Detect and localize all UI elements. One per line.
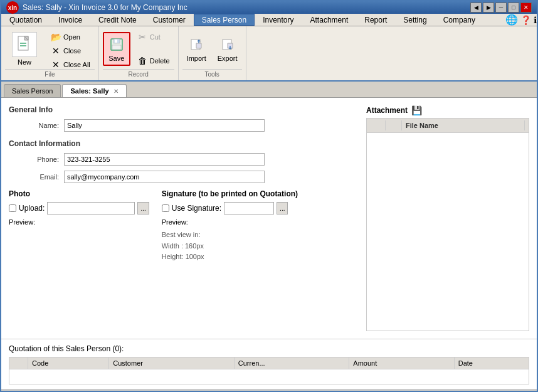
signature-title: Signature (to be printed on Quotation) [162,189,298,198]
photo-sig-section: Photo Upload: ... Preview: Signature (to… [9,189,359,263]
upload-checkbox[interactable] [9,204,16,212]
menu-company[interactable]: Company [435,14,483,26]
menu-inventory[interactable]: Inventory [255,14,302,26]
email-row: Email: [9,171,359,183]
close-window-button[interactable]: ✕ [520,3,532,13]
close-all-icon: ✕ [51,60,61,70]
open-button[interactable]: 📂 Open [46,30,95,44]
table-header-row: Code Customer Curren... Amount Date [9,358,529,369]
file-group-label: File [5,69,95,78]
menu-report[interactable]: Report [356,14,395,26]
open-icon: 📂 [51,32,61,42]
ribbon: New 📂 Open ✕ Close ✕ Close All [1,26,537,82]
status-bar [1,389,537,391]
col-currency: Curren... [234,358,349,369]
use-signature-label: Use Signature: [172,204,221,213]
photo-preview-label: Preview: [9,218,35,226]
email-input[interactable] [64,171,265,183]
attachment-header: Attachment 💾 [366,105,529,115]
nav-forward-button[interactable]: ▶ [483,3,494,13]
use-signature-row: Use Signature: ... [162,202,298,215]
menu-invoice[interactable]: Invoice [50,14,90,26]
photo-preview-row: Preview: [9,218,149,226]
phone-input[interactable] [64,153,265,166]
sig-hint: Best view in: Width : 160px Height: 100p… [162,230,298,263]
nav-back-button[interactable]: ◀ [470,3,482,13]
sig-hint-line1: Best view in: [162,230,298,241]
menu-setting[interactable]: Setting [395,14,435,26]
svg-rect-7 [115,40,117,43]
help-icon[interactable]: ❓ [520,15,531,25]
tab-sally[interactable]: Sales: Sally ✕ [62,84,126,97]
table-empty-row [9,369,529,384]
menu-customer[interactable]: Customer [145,14,194,26]
sig-preview-label: Preview: [162,218,188,226]
globe-icon[interactable]: 🌐 [505,14,518,26]
general-info-title: General Info [9,105,359,114]
tabs-bar: Sales Person Sales: Sally ✕ [1,82,537,98]
minimize-button[interactable]: ─ [495,3,507,13]
menu-attachment[interactable]: Attachment [302,14,357,26]
tab-close-button[interactable]: ✕ [113,88,119,95]
right-panel: Attachment 💾 File Name [366,105,529,331]
quotation-title: Quotation of this Sales Person (0): [9,344,529,353]
delete-button[interactable]: 🗑 Delete [133,54,174,68]
menu-quotation[interactable]: Quotation [1,14,50,26]
sig-browse-button[interactable]: ... [277,202,288,215]
window-title: Sales: Sally - Xin Invoice 3.0 for My Co… [23,3,187,12]
contact-info-title: Contact Information [9,139,359,148]
svg-rect-6 [112,45,121,50]
upload-label: Upload: [19,204,45,213]
save-icon [108,36,125,53]
bottom-section: Quotation of this Sales Person (0): Code… [1,339,537,389]
menu-bar: Quotation Invoice Credit Note Customer S… [1,14,537,26]
col-checkbox [371,120,386,130]
upload-input[interactable] [47,202,135,215]
left-panel: General Info Name: Contact Information P… [9,105,359,331]
menu-credit-note[interactable]: Credit Note [90,14,145,26]
col-date: Date [454,358,529,369]
use-signature-checkbox[interactable] [162,204,169,212]
import-button[interactable]: Import [182,33,211,65]
sig-preview-row: Preview: [162,218,298,226]
name-label: Name: [9,122,59,129]
col-code: Code [28,358,109,369]
window-controls: ◀ ▶ ─ □ ✕ [470,3,532,13]
attachment-content [367,133,529,321]
tab-sales-person[interactable]: Sales Person [4,84,61,97]
attachment-table-header: File Name [367,119,529,133]
menu-sales-person[interactable]: Sales Person [194,14,255,26]
attachment-label: Attachment [366,106,408,115]
main-content: General Info Name: Contact Information P… [1,98,537,339]
ribbon-file-group: New 📂 Open ✕ Close ✕ Close All [1,26,99,80]
ribbon-record-group: Save ✂ Cut 🗑 Delete Record [99,26,179,80]
col-action [387,120,402,130]
browse-button[interactable]: ... [137,202,149,215]
tools-group-label: Tools [182,69,242,78]
sig-hint-line2: Width : 160px [162,241,298,252]
app-logo: xin [6,1,19,14]
col-select [9,358,28,369]
name-input[interactable] [64,119,265,132]
export-button[interactable]: Export [213,33,242,65]
col-amount: Amount [349,358,454,369]
info-icon[interactable]: ℹ [534,15,537,25]
cut-button[interactable]: ✂ Cut [133,30,174,44]
attachment-add-icon[interactable]: 💾 [411,105,422,115]
new-button[interactable]: New [5,29,44,69]
title-bar: xin Sales: Sally - Xin Invoice 3.0 for M… [1,1,537,14]
attachment-table: File Name [366,118,529,331]
phone-label: Phone: [9,156,59,163]
close-button[interactable]: ✕ Close [46,44,95,58]
export-icon [219,36,236,53]
save-button[interactable]: Save [103,32,130,66]
signature-section: Signature (to be printed on Quotation) U… [162,189,298,263]
quotation-table: Code Customer Curren... Amount Date [9,357,529,384]
svg-marker-9 [196,43,201,48]
phone-row: Phone: [9,153,359,166]
maximize-button[interactable]: □ [508,3,519,13]
record-group-label: Record [103,69,174,78]
signature-input[interactable] [224,202,274,215]
close-file-icon: ✕ [51,46,61,56]
upload-row: Upload: ... [9,202,149,215]
